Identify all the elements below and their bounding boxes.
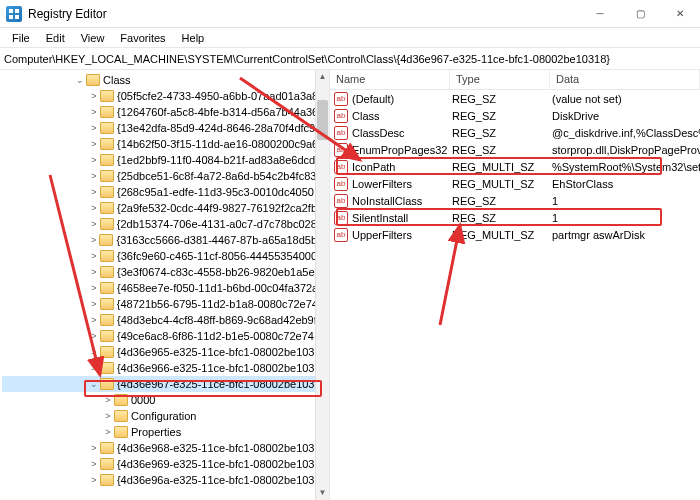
expander-icon[interactable]: > bbox=[102, 411, 114, 421]
col-name[interactable]: Name bbox=[330, 70, 450, 89]
value-row[interactable]: abClassREG_SZDiskDrive bbox=[330, 107, 700, 124]
tree-label: {49ce6ac8-6f86-11d2-b1e5-0080c72e74a2} bbox=[117, 330, 329, 342]
tree-label: Class bbox=[103, 74, 131, 86]
tree-item[interactable]: ⌄Class bbox=[2, 72, 329, 88]
minimize-button[interactable]: ─ bbox=[580, 0, 620, 27]
menubar: File Edit View Favorites Help bbox=[0, 28, 700, 48]
expander-icon[interactable]: > bbox=[88, 443, 100, 453]
tree-item[interactable]: >0000 bbox=[2, 392, 329, 408]
tree-item[interactable]: >{48d3ebc4-4cf8-48ff-b869-9c68ad42eb9f} bbox=[2, 312, 329, 328]
tree-item[interactable]: >{4d36e966-e325-11ce-bfc1-08002be10318} bbox=[2, 360, 329, 376]
value-name: (Default) bbox=[352, 93, 452, 105]
expander-icon[interactable]: > bbox=[102, 427, 114, 437]
tree-item[interactable]: >{14b62f50-3f15-11dd-ae16-0800200c9a66} bbox=[2, 136, 329, 152]
value-type: REG_SZ bbox=[452, 127, 552, 139]
value-row[interactable]: abClassDescREG_SZ@c_diskdrive.inf,%Class… bbox=[330, 124, 700, 141]
tree-item[interactable]: >{4658ee7e-f050-11d1-b6bd-00c04fa372a7} bbox=[2, 280, 329, 296]
expander-icon[interactable]: > bbox=[88, 251, 100, 261]
expander-icon[interactable]: > bbox=[88, 107, 100, 117]
expander-icon[interactable]: > bbox=[88, 203, 100, 213]
scroll-thumb[interactable] bbox=[317, 100, 328, 140]
menu-help[interactable]: Help bbox=[174, 30, 213, 46]
folder-icon bbox=[100, 458, 114, 470]
tree-item[interactable]: >{2db15374-706e-4131-a0c7-d7c78bc0289a} bbox=[2, 216, 329, 232]
value-row[interactable]: abIconPathREG_MULTI_SZ%SystemRoot%\Syste… bbox=[330, 158, 700, 175]
menu-favorites[interactable]: Favorites bbox=[112, 30, 173, 46]
tree-item[interactable]: >Configuration bbox=[2, 408, 329, 424]
tree-item[interactable]: >{3163cc5666-d381-4467-87b-a65a18d5b649} bbox=[2, 232, 329, 248]
scroll-down-icon[interactable]: ▼ bbox=[316, 486, 329, 500]
maximize-button[interactable]: ▢ bbox=[620, 0, 660, 27]
expander-icon[interactable]: > bbox=[88, 267, 100, 277]
tree-panel[interactable]: ⌄Class>{05f5cfe2-4733-4950-a6bb-07aad01a… bbox=[0, 70, 330, 500]
expander-icon[interactable]: > bbox=[88, 363, 100, 373]
value-row[interactable]: abLowerFiltersREG_MULTI_SZEhStorClass bbox=[330, 175, 700, 192]
string-value-icon: ab bbox=[334, 177, 348, 191]
tree-label: {2db15374-706e-4131-a0c7-d7c78bc0289a} bbox=[117, 218, 329, 230]
tree-item[interactable]: >{2a9fe532-0cdc-44f9-9827-76192f2ca2fb} bbox=[2, 200, 329, 216]
expander-icon[interactable]: > bbox=[88, 155, 100, 165]
expander-icon[interactable]: ⌄ bbox=[88, 379, 100, 389]
folder-icon bbox=[100, 330, 114, 342]
close-button[interactable]: ✕ bbox=[660, 0, 700, 27]
tree-item[interactable]: >{3e3f0674-c83c-4558-bb26-9820eb1a5ec5} bbox=[2, 264, 329, 280]
tree-item[interactable]: >{1ed2bbf9-11f0-4084-b21f-ad83a8e6dcdc} bbox=[2, 152, 329, 168]
folder-icon bbox=[100, 138, 114, 150]
tree-item[interactable]: >{4d36e965-e325-11ce-bfc1-08002be10318} bbox=[2, 344, 329, 360]
value-row[interactable]: abUpperFiltersREG_MULTI_SZpartmgr aswArD… bbox=[330, 226, 700, 243]
tree-item[interactable]: >{268c95a1-edfe-11d3-95c3-0010dc4050a5} bbox=[2, 184, 329, 200]
tree-label: {1264760f-a5c8-4bfe-b314-d56a7b44a362} bbox=[117, 106, 328, 118]
tree-label: {48721b56-6795-11d2-b1a8-0080c72e74a2} bbox=[117, 298, 329, 310]
expander-icon[interactable]: > bbox=[88, 91, 100, 101]
tree-label: {4d36e967-e325-11ce-bfc1-08002be10318} bbox=[117, 378, 329, 390]
expander-icon[interactable]: > bbox=[102, 395, 114, 405]
expander-icon[interactable]: > bbox=[88, 123, 100, 133]
col-type[interactable]: Type bbox=[450, 70, 550, 89]
tree-item[interactable]: >{25dbce51-6c8f-4a72-8a6d-b54c2b4fc835} bbox=[2, 168, 329, 184]
tree-scrollbar[interactable]: ▲ ▼ bbox=[315, 70, 329, 500]
expander-icon[interactable]: > bbox=[88, 315, 100, 325]
tree-item[interactable]: >{4d36e96a-e325-11ce-bfc1-08002be10318} bbox=[2, 472, 329, 488]
expander-icon[interactable]: > bbox=[88, 459, 100, 469]
folder-icon bbox=[100, 202, 114, 214]
tree-item[interactable]: >{49ce6ac8-6f86-11d2-b1e5-0080c72e74a2} bbox=[2, 328, 329, 344]
tree-item[interactable]: >{1264760f-a5c8-4bfe-b314-d56a7b44a362} bbox=[2, 104, 329, 120]
value-row[interactable]: ab(Default)REG_SZ(value not set) bbox=[330, 90, 700, 107]
tree-item[interactable]: >{4d36e968-e325-11ce-bfc1-08002be10318} bbox=[2, 440, 329, 456]
menu-edit[interactable]: Edit bbox=[38, 30, 73, 46]
address-bar[interactable]: Computer\HKEY_LOCAL_MACHINE\SYSTEM\Curre… bbox=[0, 48, 700, 70]
value-name: Class bbox=[352, 110, 452, 122]
value-row[interactable]: abEnumPropPages32REG_SZstorprop.dll,Disk… bbox=[330, 141, 700, 158]
tree-item[interactable]: >{13e42dfa-85d9-424d-8646-28a70f4dfc9d} bbox=[2, 120, 329, 136]
expander-icon[interactable]: > bbox=[88, 171, 100, 181]
tree-item[interactable]: >{05f5cfe2-4733-4950-a6bb-07aad01a3a84} bbox=[2, 88, 329, 104]
tree-item[interactable]: >{4d36e969-e325-11ce-bfc1-08002be10318} bbox=[2, 456, 329, 472]
col-data[interactable]: Data bbox=[550, 70, 700, 89]
tree-item[interactable]: >Properties bbox=[2, 424, 329, 440]
expander-icon[interactable]: > bbox=[88, 347, 100, 357]
tree-item[interactable]: >{36fc9e60-c465-11cf-8056-444553540000} bbox=[2, 248, 329, 264]
expander-icon[interactable]: > bbox=[88, 139, 100, 149]
value-name: EnumPropPages32 bbox=[352, 144, 452, 156]
expander-icon[interactable]: ⌄ bbox=[74, 75, 86, 85]
tree-item[interactable]: ⌄{4d36e967-e325-11ce-bfc1-08002be10318} bbox=[2, 376, 329, 392]
expander-icon[interactable]: > bbox=[88, 331, 100, 341]
value-data: 1 bbox=[552, 195, 700, 207]
value-data: @c_diskdrive.inf,%ClassDesc%; bbox=[552, 127, 700, 139]
expander-icon[interactable]: > bbox=[88, 219, 100, 229]
menu-view[interactable]: View bbox=[73, 30, 113, 46]
expander-icon[interactable]: > bbox=[88, 283, 100, 293]
tree-item[interactable]: >{48721b56-6795-11d2-b1a8-0080c72e74a2} bbox=[2, 296, 329, 312]
value-data: DiskDrive bbox=[552, 110, 700, 122]
expander-icon[interactable]: > bbox=[88, 299, 100, 309]
expander-icon[interactable]: > bbox=[88, 187, 100, 197]
menu-file[interactable]: File bbox=[4, 30, 38, 46]
value-row[interactable]: abSilentInstallREG_SZ1 bbox=[330, 209, 700, 226]
value-row[interactable]: abNoInstallClassREG_SZ1 bbox=[330, 192, 700, 209]
value-data: EhStorClass bbox=[552, 178, 700, 190]
expander-icon[interactable]: > bbox=[88, 235, 99, 245]
scroll-up-icon[interactable]: ▲ bbox=[316, 70, 329, 84]
folder-icon bbox=[100, 378, 114, 390]
expander-icon[interactable]: > bbox=[88, 475, 100, 485]
value-list[interactable]: Name Type Data ab(Default)REG_SZ(value n… bbox=[330, 70, 700, 500]
